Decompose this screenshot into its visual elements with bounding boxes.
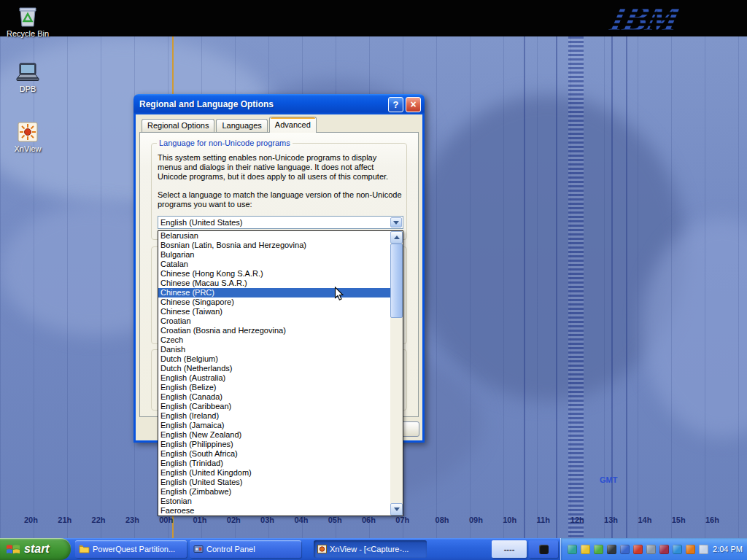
start-label: start (24, 542, 50, 556)
dialog-titlebar[interactable]: Regional and Language Options ? × (133, 94, 425, 114)
dropdown-item[interactable]: Chinese (Hong Kong S.A.R.) (158, 269, 390, 279)
icon-label: XnView (0, 144, 55, 153)
hour-label: 04h (294, 516, 308, 524)
hour-label: 22h (92, 516, 106, 524)
dropdown-item[interactable]: English (New Zealand) (158, 430, 390, 440)
dropdown-item[interactable]: English (Trinidad) (158, 459, 390, 468)
deskband-label: ---- (504, 545, 515, 553)
arrow-down-icon (394, 508, 400, 511)
dropdown-item[interactable]: Bulgarian (158, 250, 390, 260)
combobox-dropdown-button[interactable] (390, 217, 402, 228)
dropdown-items: BelarusianBosnian (Latin, Bosnia and Her… (158, 231, 390, 516)
tray-icon-dark[interactable] (607, 545, 616, 554)
tray-icon-gray[interactable] (646, 545, 656, 554)
dropdown-item[interactable]: English (Jamaica) (158, 421, 390, 430)
xnview-icon (17, 121, 39, 143)
dropdown-item[interactable]: Croatian (158, 316, 390, 326)
dropdown-item[interactable]: English (Canada) (158, 392, 390, 402)
dropdown-scrollbar[interactable] (390, 231, 403, 516)
taskbar-button-control-panel[interactable]: Control Panel (190, 540, 301, 558)
laptop-icon (15, 61, 41, 83)
folder-icon (79, 545, 90, 553)
scroll-up-button[interactable] (390, 231, 403, 244)
tray-icon-orange[interactable] (686, 545, 695, 554)
arrow-up-icon (394, 236, 400, 239)
tray-icon-yellow[interactable] (581, 545, 590, 554)
taskbar-deskband-2[interactable] (529, 540, 558, 558)
taskbar: start PowerQuest Partition... Control Pa… (0, 538, 747, 560)
desktop-icon-xnview[interactable]: XnView (0, 121, 55, 153)
xnview-icon (317, 545, 327, 553)
desktop-icon-dpb[interactable]: DPB (0, 61, 55, 93)
dropdown-item[interactable]: English (United Kingdom) (158, 468, 390, 478)
dropdown-item[interactable]: Chinese (Singapore) (158, 298, 390, 307)
dropdown-item[interactable]: Chinese (Macau S.A.R.) (158, 279, 390, 288)
hour-label: 08h (436, 516, 449, 524)
desktop: IBM GMT 20h21h22h23h00h01h02h03h04h05h06… (0, 0, 747, 560)
tray-icon-red[interactable] (633, 545, 643, 554)
dropdown-item[interactable]: Belarusian (158, 231, 390, 241)
dropdown-item[interactable]: English (South Africa) (158, 449, 390, 459)
tray-icon-lightblue[interactable] (673, 545, 682, 554)
tray-icon-blue[interactable] (620, 545, 630, 554)
dropdown-item[interactable]: English (Belize) (158, 383, 390, 392)
dropdown-item[interactable]: English (Caribbean) (158, 402, 390, 411)
tab-languages[interactable]: Languages (216, 119, 267, 132)
icon-label: DPB (0, 85, 55, 93)
hour-label: 03h (260, 516, 274, 524)
hour-label: 21h (58, 516, 71, 524)
help-button[interactable]: ? (388, 97, 403, 112)
taskbar-button-label: PowerQuest Partition... (93, 545, 183, 553)
gmt-label: GMT (600, 475, 617, 484)
groupbox-title: Language for non-Unicode programs (157, 139, 293, 147)
hour-label: 16h (705, 516, 719, 524)
language-combobox[interactable]: English (United States) (158, 216, 403, 229)
taskbar-button-label: Control Panel (206, 545, 298, 553)
dropdown-item[interactable]: Chinese (PRC) (158, 288, 390, 298)
dropdown-item[interactable]: English (Ireland) (158, 411, 390, 421)
dropdown-item[interactable]: Dutch (Netherlands) (158, 364, 390, 373)
dropdown-item[interactable]: Bosnian (Latin, Bosnia and Herzegovina) (158, 241, 390, 250)
tray-icon-volume[interactable] (699, 545, 708, 554)
dropdown-item[interactable]: Danish (158, 345, 390, 354)
tab-advanced[interactable]: Advanced (269, 117, 317, 133)
dropdown-item[interactable]: Croatian (Bosnia and Herzegovina) (158, 326, 390, 335)
dropdown-item[interactable]: English (Australia) (158, 373, 390, 383)
dropdown-item[interactable]: English (United States) (158, 478, 390, 487)
hour-label: 07h (395, 516, 409, 524)
start-button[interactable]: start (0, 538, 71, 560)
close-button[interactable]: × (406, 97, 421, 112)
hour-label: 15h (672, 516, 686, 524)
tray-icon-green[interactable] (594, 545, 603, 554)
recycle-bin-icon (17, 4, 39, 28)
dropdown-item[interactable]: English (Philippines) (158, 440, 390, 449)
control-panel-icon (193, 545, 204, 553)
scroll-down-button[interactable] (390, 503, 403, 516)
dropdown-item[interactable]: Faeroese (158, 506, 390, 516)
tray-icon-display[interactable] (568, 545, 577, 554)
taskbar-deskband[interactable]: ---- (492, 540, 527, 558)
taskbar-button-xnview[interactable]: XnView - [<Capture-... (314, 540, 427, 558)
dialog-tab-strip: Regional Options Languages Advanced (142, 117, 318, 132)
taskbar-button-label: XnView - [<Capture-... (330, 545, 423, 553)
dropdown-item[interactable]: Dutch (Belgium) (158, 354, 390, 364)
ibm-logo: IBM (606, 0, 684, 39)
scrollbar-thumb[interactable] (390, 244, 403, 318)
dropdown-item[interactable]: Czech (158, 335, 390, 345)
dropdown-item[interactable]: English (Zimbabwe) (158, 487, 390, 497)
taskbar-clock[interactable]: 2:04 PM (713, 538, 743, 560)
tray-icon-maroon[interactable] (659, 545, 669, 554)
dropdown-item[interactable]: Chinese (Taiwan) (158, 307, 390, 316)
icon-label: Recycle Bin (0, 29, 55, 38)
windows-flag-icon (6, 542, 20, 556)
desktop-icon-recycle-bin[interactable]: Recycle Bin (0, 4, 55, 38)
dropdown-item[interactable]: Estonian (158, 497, 390, 506)
hour-label: 05h (328, 516, 342, 524)
hour-label: 02h (227, 516, 241, 524)
tab-regional-options[interactable]: Regional Options (142, 119, 214, 132)
taskbar-button-powerquest[interactable]: PowerQuest Partition... (75, 540, 187, 558)
hour-label: 20h (24, 516, 38, 524)
hour-label: 01h (193, 516, 207, 524)
app-icon (539, 545, 549, 554)
dropdown-item[interactable]: Catalan (158, 260, 390, 269)
